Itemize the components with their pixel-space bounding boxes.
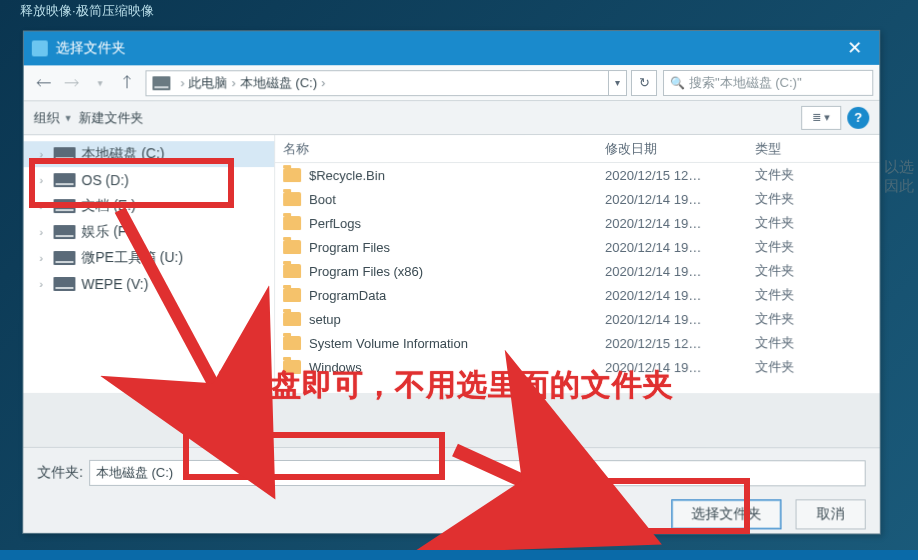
close-button[interactable]: ✕ xyxy=(829,31,879,65)
col-type[interactable]: 类型 xyxy=(755,139,815,157)
folder-icon xyxy=(283,264,301,278)
expand-icon[interactable]: › xyxy=(40,149,54,160)
file-list[interactable]: 名称 修改日期 类型 $Recycle.Bin2020/12/15 12…文件夹… xyxy=(275,135,880,393)
breadcrumb-drive[interactable]: 本地磁盘 (C:) xyxy=(240,74,317,92)
tree-item-label: 本地磁盘 (C:) xyxy=(82,145,165,163)
tree-item-label: 微PE工具箱 (U:) xyxy=(81,249,183,267)
select-folder-label: 选择文件夹 xyxy=(691,505,761,523)
item-name: ProgramData xyxy=(309,287,605,302)
col-date[interactable]: 修改日期 xyxy=(605,139,755,157)
refresh-button[interactable]: ↻ xyxy=(631,70,657,96)
tree-item-label: 娱乐 (F:) xyxy=(81,223,135,241)
new-folder-label: 新建文件夹 xyxy=(79,109,144,127)
item-type: 文件夹 xyxy=(755,334,815,352)
search-placeholder: 搜索"本地磁盘 (C:)" xyxy=(689,73,802,91)
folder-icon xyxy=(283,312,301,326)
item-type: 文件夹 xyxy=(755,358,815,376)
drive-icon xyxy=(152,76,170,90)
expand-icon[interactable]: › xyxy=(40,253,54,264)
address-dropdown[interactable]: ▾ xyxy=(609,70,627,96)
button-row: 选择文件夹 取消 xyxy=(37,494,866,535)
item-type: 文件夹 xyxy=(755,166,815,184)
tree-item[interactable]: ›本地磁盘 (C:) xyxy=(24,141,274,167)
breadcrumb-sep: › xyxy=(180,75,184,90)
cancel-button[interactable]: 取消 xyxy=(796,499,866,529)
list-item[interactable]: ProgramData2020/12/14 19…文件夹 xyxy=(275,283,879,307)
navigation-tree[interactable]: ›本地磁盘 (C:)›OS (D:)›文档 (E:)›娱乐 (F:)›微PE工具… xyxy=(23,135,275,393)
close-icon: ✕ xyxy=(847,37,862,59)
dialog-footer: 文件夹: 本地磁盘 (C:) 选择文件夹 取消 xyxy=(23,447,880,534)
toolbar: 组织 ▼ 新建文件夹 ≣ ▾ ? xyxy=(24,101,880,135)
new-folder-button[interactable]: 新建文件夹 xyxy=(79,109,144,127)
expand-icon[interactable]: › xyxy=(40,201,54,212)
chevron-down-icon: ▼ xyxy=(64,113,73,123)
item-type: 文件夹 xyxy=(755,286,815,304)
drive-icon xyxy=(53,277,75,291)
tree-item-label: 文档 (E:) xyxy=(81,197,135,215)
item-name: Program Files (x86) xyxy=(309,263,605,278)
address-bar[interactable]: › 此电脑 › 本地磁盘 (C:) › xyxy=(145,70,609,96)
tree-item[interactable]: ›微PE工具箱 (U:) xyxy=(24,245,275,271)
filename-row: 文件夹: 本地磁盘 (C:) xyxy=(37,458,865,488)
drive-icon xyxy=(53,251,75,265)
dialog-titlebar[interactable]: 选择文件夹 ✕ xyxy=(24,31,879,66)
item-name: Boot xyxy=(309,191,605,206)
background-partial-text: 以选因此 xyxy=(884,158,914,196)
list-item[interactable]: Program Files2020/12/14 19…文件夹 xyxy=(275,235,879,259)
list-rows: $Recycle.Bin2020/12/15 12…文件夹Boot2020/12… xyxy=(275,163,880,393)
item-date: 2020/12/14 19… xyxy=(605,239,755,254)
item-name: setup xyxy=(309,311,605,326)
cancel-label: 取消 xyxy=(817,505,845,523)
item-type: 文件夹 xyxy=(755,310,815,328)
search-icon: 🔍 xyxy=(670,75,685,89)
breadcrumb-pc[interactable]: 此电脑 xyxy=(189,74,228,92)
folder-picker-dialog: 选择文件夹 ✕ 🡐 🡒 ▾ 🡑 › 此电脑 › 本地磁盘 (C:) › ▾ ↻ … xyxy=(22,30,881,535)
filename-input[interactable]: 本地磁盘 (C:) xyxy=(89,460,866,486)
tree-item-label: OS (D:) xyxy=(82,172,129,188)
item-name: $Recycle.Bin xyxy=(309,167,605,182)
nav-back-button[interactable]: 🡐 xyxy=(30,70,58,96)
item-type: 文件夹 xyxy=(755,214,815,232)
item-type: 文件夹 xyxy=(755,238,815,256)
nav-up-button[interactable]: 🡑 xyxy=(114,70,142,96)
organize-menu[interactable]: 组织 ▼ xyxy=(34,109,73,127)
item-date: 2020/12/15 12… xyxy=(605,167,755,182)
list-item[interactable]: System Volume Information2020/12/15 12…文… xyxy=(275,331,880,355)
app-icon xyxy=(32,40,48,56)
expand-icon[interactable]: › xyxy=(39,279,53,290)
drive-icon xyxy=(54,225,76,239)
tree-item[interactable]: ›OS (D:) xyxy=(24,167,274,193)
folder-icon xyxy=(283,336,301,350)
help-button[interactable]: ? xyxy=(847,106,869,128)
expand-icon[interactable]: › xyxy=(40,227,54,238)
body-area: ›本地磁盘 (C:)›OS (D:)›文档 (E:)›娱乐 (F:)›微PE工具… xyxy=(23,135,879,393)
folder-icon xyxy=(283,288,301,302)
nav-forward-button[interactable]: 🡒 xyxy=(58,70,86,96)
select-folder-button[interactable]: 选择文件夹 xyxy=(671,499,781,529)
expand-icon[interactable]: › xyxy=(40,175,54,186)
list-item[interactable]: $Recycle.Bin2020/12/15 12…文件夹 xyxy=(275,163,879,187)
drive-icon xyxy=(54,173,76,187)
view-mode-button[interactable]: ≣ ▾ xyxy=(801,105,841,129)
tree-item[interactable]: ›文档 (E:) xyxy=(24,193,275,219)
list-item[interactable]: Boot2020/12/14 19…文件夹 xyxy=(275,187,879,211)
outer-title-text: 释放映像·极简压缩映像 xyxy=(20,2,154,20)
item-date: 2020/12/14 19… xyxy=(605,191,755,206)
tree-item[interactable]: ›WEPE (V:) xyxy=(24,271,275,297)
nav-recent-dropdown[interactable]: ▾ xyxy=(86,70,114,96)
item-type: 文件夹 xyxy=(755,262,815,280)
breadcrumb-sep: › xyxy=(232,75,236,90)
col-name[interactable]: 名称 xyxy=(275,140,605,158)
list-item[interactable]: Program Files (x86)2020/12/14 19…文件夹 xyxy=(275,259,879,283)
item-type: 文件夹 xyxy=(755,190,815,208)
folder-icon xyxy=(283,216,301,230)
item-name: System Volume Information xyxy=(309,335,605,350)
filename-value: 本地磁盘 (C:) xyxy=(96,464,173,482)
item-name: PerfLogs xyxy=(309,215,605,230)
taskbar-edge xyxy=(0,550,918,560)
column-headers[interactable]: 名称 修改日期 类型 xyxy=(275,135,879,163)
search-input[interactable]: 🔍 搜索"本地磁盘 (C:)" xyxy=(663,69,873,95)
list-item[interactable]: PerfLogs2020/12/14 19…文件夹 xyxy=(275,211,879,235)
list-item[interactable]: setup2020/12/14 19…文件夹 xyxy=(275,307,880,331)
tree-item[interactable]: ›娱乐 (F:) xyxy=(24,219,275,245)
